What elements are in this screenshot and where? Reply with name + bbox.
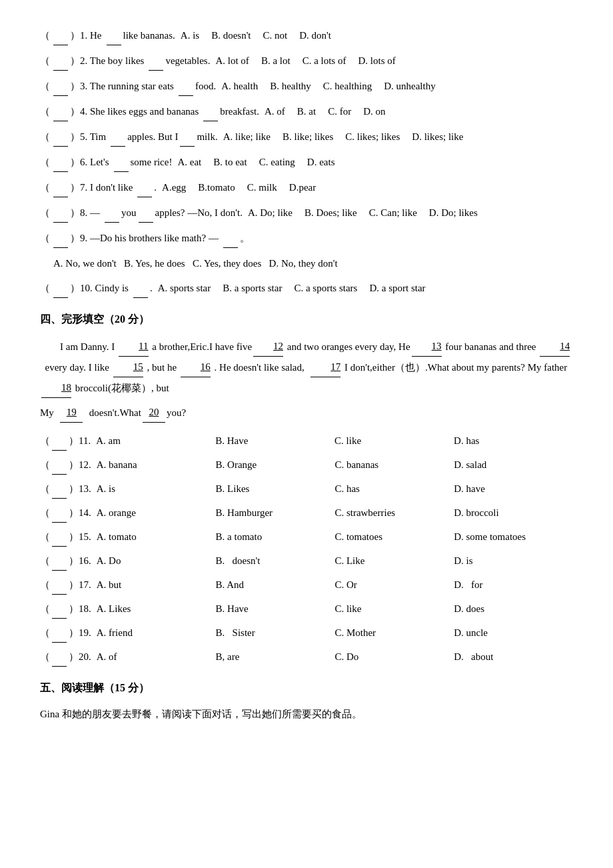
- blank-7: [137, 179, 152, 197]
- cloze-opt-17a: A. but: [97, 576, 216, 594]
- cloze-num-16: ）16.: [69, 552, 91, 570]
- cloze-opt-11a: A. am: [96, 432, 215, 450]
- blank-5b: [180, 128, 195, 147]
- cloze-passage: I am Danny. I 11 a brother,Eric.I have f…: [40, 336, 573, 398]
- blank-12: 12: [253, 336, 283, 357]
- cloze-options-20: A. of B, are C. Do D. about: [97, 648, 573, 666]
- opt-7b: B.tomato: [198, 179, 235, 197]
- cloze-paren-19: （: [40, 624, 50, 642]
- opt-1b: B. doesn't: [211, 27, 251, 45]
- cloze-paren-12: （: [40, 456, 50, 474]
- opt-8b: B. Does; like: [305, 204, 357, 222]
- opt-6a: A. eat: [177, 153, 201, 171]
- opt-9a: A. No, we don't: [53, 258, 117, 269]
- cloze-opt-14a: A. orange: [97, 504, 216, 522]
- opt-4b: B. at: [297, 103, 316, 121]
- blank-11: 11: [119, 336, 148, 357]
- question-6: （ ）6. Let's some rice! A. eat B. to eat …: [40, 153, 573, 172]
- cloze-q14: （ ）14. A. orange B. Hamburger C. strawbe…: [40, 504, 573, 523]
- cloze-q15: （ ）15. A. tomato B. a tomato C. tomatoes…: [40, 528, 573, 547]
- section5: 五、阅读理解（15 分） Gina 和她的朋友要去野餐，请阅读下面对话，写出她们…: [40, 679, 573, 723]
- opt-3b: B. healthy: [270, 77, 311, 95]
- options-10: A. sports star B. a sports star C. a spo…: [158, 279, 426, 297]
- cloze-passage-cont: My 19 doesn't.What20you?: [40, 402, 573, 423]
- cloze-paren-14: （: [40, 504, 50, 522]
- answer-blank-6: [53, 153, 68, 172]
- cloze-q18: （ ）18. A. Likes B. Have C. like D. does: [40, 600, 573, 619]
- blank-20: 20: [143, 402, 165, 423]
- opt-5b: B. like; likes: [283, 128, 333, 146]
- opt-10c: C. a sports stars: [294, 279, 357, 297]
- answer-blank-7: [53, 179, 68, 197]
- cloze-opt-15b: B. a tomato: [216, 528, 335, 546]
- q9-options: A. No, we don't B. Yes, he does C. Yes, …: [53, 255, 573, 273]
- cloze-opt-15d: D. some tomatoes: [454, 528, 573, 546]
- answer-blank-3: [53, 77, 68, 96]
- options-8: A. Do; like B. Does; like C. Can; like D…: [248, 204, 478, 222]
- cloze-opt-17b: B. And: [216, 576, 335, 594]
- paren-5: （: [40, 128, 50, 146]
- opt-5d: D. likes; like: [412, 128, 463, 146]
- cloze-q11: （ ）11. A. am B. Have C. like D. has: [40, 432, 573, 451]
- paren-6: （: [40, 153, 50, 171]
- cloze-options-13: A. is B. Likes C. has D. have: [97, 480, 573, 498]
- section4: 四、完形填空（20 分） I am Danny. I 11 a brother,…: [40, 310, 573, 667]
- opt-1d: D. don't: [299, 27, 331, 45]
- question-2: （ ）2. The boy likes vegetables. A. lot o…: [40, 52, 573, 71]
- opt-3a: A. health: [221, 77, 258, 95]
- qtext-7: .: [154, 179, 157, 197]
- qtext-8a: you: [121, 204, 137, 222]
- opt-6b: B. to eat: [213, 153, 247, 171]
- qnum-6: ）6. Let's: [70, 153, 109, 171]
- cloze-answer-11: [52, 432, 67, 451]
- cloze-options-12: A. banana B. Orange C. bananas D. salad: [97, 456, 573, 474]
- paren-8: （: [40, 204, 50, 222]
- cloze-paren-13: （: [40, 480, 50, 498]
- blank-5a: [111, 128, 125, 147]
- cloze-opt-16c: C. Like: [334, 552, 454, 570]
- blank-8a: [105, 204, 119, 223]
- cloze-opt-13c: C. has: [334, 480, 454, 498]
- paren-9: （: [40, 229, 50, 247]
- blank-1: [107, 27, 121, 45]
- opt-5a: A. like; like: [223, 128, 271, 146]
- paren-3: （: [40, 77, 50, 95]
- answer-blank-10: [53, 279, 68, 298]
- cloze-num-15: ）15.: [69, 528, 91, 546]
- cloze-opt-14d: D. broccoli: [454, 504, 573, 522]
- cloze-paren-17: （: [40, 576, 50, 594]
- qnum-9: ）9. —Do his brothers like math? —: [70, 229, 219, 247]
- opt-8d: D. Do; likes: [429, 204, 478, 222]
- qtext-10: .: [150, 279, 153, 297]
- cloze-opt-19b: B. Sister: [216, 624, 335, 642]
- cloze-opt-18a: A. Likes: [97, 600, 216, 618]
- options-5: A. like; like B. like; likes C. likes; l…: [223, 128, 464, 146]
- cloze-q20: （ ）20. A. of B, are C. Do D. about: [40, 648, 573, 667]
- answer-blank-5: [53, 128, 68, 147]
- blank-8b: [139, 204, 153, 223]
- opt-3c: C. healthing: [323, 77, 372, 95]
- cloze-opt-12c: C. bananas: [334, 456, 454, 474]
- blank-17: 17: [310, 357, 340, 377]
- cloze-opt-15a: A. tomato: [97, 528, 216, 546]
- opt-5c: C. likes; likes: [345, 128, 400, 146]
- reading-intro: Gina 和她的朋友要去野餐，请阅读下面对话，写出她们所需要买的食品。: [40, 705, 573, 724]
- opt-10b: B. a sports star: [223, 279, 282, 297]
- answer-blank-2: [53, 52, 68, 71]
- question-7: （ ）7. I don't like . A.egg B.tomato C. m…: [40, 179, 573, 197]
- cloze-paren-11: （: [40, 432, 50, 450]
- question-9: （ ）9. —Do his brothers like math? — 。: [40, 229, 573, 248]
- cloze-opt-13d: D. have: [454, 480, 573, 498]
- cloze-opt-13a: A. is: [97, 480, 216, 498]
- opt-9d: D. No, they don't: [269, 258, 338, 269]
- paren-4: （: [40, 103, 50, 121]
- cloze-opt-14b: B. Hamburger: [216, 504, 335, 522]
- cloze-options-19: A. friend B. Sister C. Mother D. uncle: [97, 624, 573, 642]
- opt-9c: C. Yes, they does: [193, 258, 261, 269]
- qtext-8b: apples? —No, I don't.: [155, 204, 243, 222]
- blank-3: [179, 77, 193, 96]
- opt-2c: C. a lots of: [303, 52, 346, 70]
- cloze-opt-13b: B. Likes: [216, 480, 335, 498]
- qnum-7: ）7. I don't like: [70, 179, 133, 197]
- cloze-num-11: ）11.: [69, 432, 91, 450]
